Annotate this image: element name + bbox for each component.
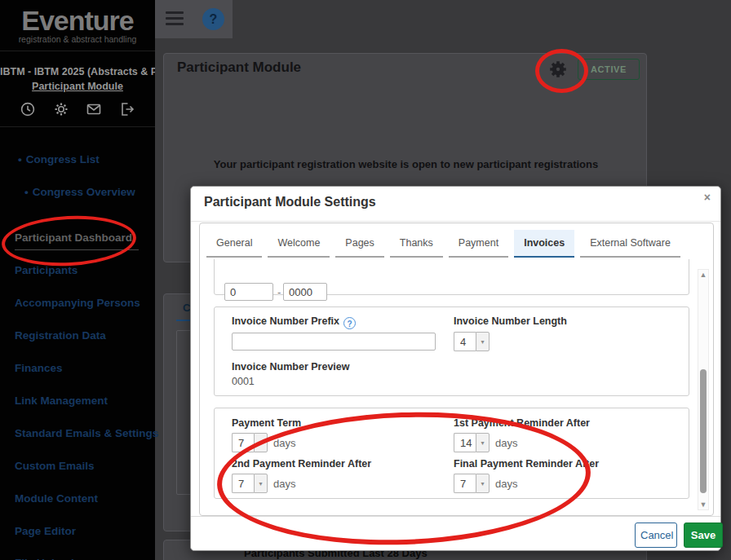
- number-range-from-input[interactable]: [224, 283, 273, 301]
- tab-invoices[interactable]: Invoices: [514, 230, 574, 258]
- module-link[interactable]: Participant Module: [0, 81, 155, 92]
- close-icon[interactable]: ×: [704, 192, 711, 203]
- active-item-underline: [15, 249, 139, 250]
- sidebar-item-label: Participants: [15, 264, 78, 276]
- final-reminder-select: ▾: [454, 474, 490, 493]
- chevron-down-icon[interactable]: ▾: [476, 474, 490, 493]
- tab-thanks[interactable]: Thanks: [390, 230, 443, 258]
- sidebar-item-label: Custom Emails: [15, 460, 95, 472]
- invoice-prefix-input[interactable]: [232, 333, 436, 351]
- help-glyph: ?: [210, 12, 218, 26]
- invoice-length-input[interactable]: [454, 332, 476, 351]
- signout-icon[interactable]: [119, 101, 135, 117]
- cancel-button[interactable]: Cancel: [635, 523, 677, 548]
- sidebar-item-label: Link Management: [15, 395, 108, 407]
- dialog-footer: Cancel Save: [191, 516, 720, 553]
- tab-pages[interactable]: Pages: [335, 230, 383, 258]
- help-icon[interactable]: ?: [202, 8, 224, 30]
- invoice-preview-label: Invoice Number Preview: [232, 361, 350, 373]
- tab-payment[interactable]: Payment: [449, 230, 508, 258]
- chevron-down-icon[interactable]: ▾: [254, 433, 268, 452]
- payment-term-label: Payment Term: [232, 417, 301, 429]
- first-reminder-input[interactable]: [454, 433, 476, 452]
- sidebar-item-participant-dashboard[interactable]: Participant Dashboard: [15, 231, 152, 244]
- dialog-title: Participant Module Settings: [204, 195, 376, 209]
- sidebar-item-label: Module Content: [15, 492, 98, 505]
- sidebar-item-accompanying-persons[interactable]: Accompanying Persons: [15, 297, 152, 309]
- scroll-up-icon[interactable]: ▲: [698, 271, 708, 279]
- chevron-down-icon[interactable]: ▾: [254, 474, 268, 493]
- congress-name: IBTM - IBTM 2025 (Abstracts & Par...: [0, 66, 155, 77]
- sidebar-item-label: Accompanying Persons: [15, 297, 140, 309]
- scrollbar-thumb[interactable]: [700, 369, 707, 493]
- sidebar-item-standard-emails[interactable]: Standard Emails & Settings: [15, 427, 152, 439]
- sidebar-item-participants[interactable]: Participants: [15, 264, 152, 276]
- invoices-tab-content: - Invoice Number Prefix? Invoice Number …: [201, 259, 700, 515]
- sidebar-item-label: Standard Emails & Settings: [15, 427, 158, 439]
- sidebar-item-label: Participant Dashboard: [15, 231, 132, 244]
- invoice-preview-value: 0001: [232, 376, 255, 387]
- gear-icon[interactable]: [53, 101, 69, 117]
- bullet-icon: •: [18, 153, 22, 165]
- sidebar-item-label: Finances: [15, 362, 63, 374]
- first-reminder-unit: days: [495, 437, 517, 449]
- number-range-section: -: [214, 259, 689, 295]
- sidebar-item-label: Registration Data: [15, 329, 106, 342]
- sidebar-item-congress-overview[interactable]: •Congress Overview: [24, 186, 162, 198]
- final-reminder-unit: days: [495, 478, 517, 490]
- module-status-button[interactable]: ACTIVE: [578, 59, 640, 80]
- settings-tab-panel: General Welcome Pages Thanks Payment Inv…: [199, 223, 714, 516]
- second-reminder-input[interactable]: [232, 474, 254, 493]
- tab-welcome[interactable]: Welcome: [268, 230, 330, 258]
- first-reminder-select: ▾: [454, 433, 490, 452]
- number-range-to-input[interactable]: [283, 283, 327, 301]
- topbar: ?: [155, 0, 233, 38]
- first-reminder-label: 1st Payment Reminder After: [454, 417, 590, 429]
- menu-icon[interactable]: [166, 11, 184, 26]
- app-logo[interactable]: Eventure: [0, 5, 155, 37]
- sidebar-item-label: Page Editor: [15, 525, 76, 537]
- settings-tabs: General Welcome Pages Thanks Payment Inv…: [206, 230, 686, 258]
- registration-status-message: Your participant registration website is…: [164, 158, 648, 170]
- modal-scrollbar[interactable]: ▲ ▼: [698, 269, 709, 510]
- page-title: Participant Module: [177, 60, 301, 76]
- sidebar-item-page-editor[interactable]: Page Editor: [15, 525, 152, 537]
- second-reminder-unit: days: [273, 478, 295, 490]
- tab-general[interactable]: General: [206, 230, 262, 258]
- invoice-length-label: Invoice Number Length: [454, 315, 567, 327]
- scroll-down-icon[interactable]: ▼: [698, 500, 708, 509]
- sidebar-divider: [0, 126, 155, 127]
- save-button[interactable]: Save: [684, 523, 723, 548]
- invoice-length-select: ▾: [454, 332, 490, 351]
- sidebar: Eventure registration & abstract handlin…: [0, 0, 155, 560]
- range-separator: -: [277, 286, 281, 298]
- sidebar-divider: [0, 51, 155, 51]
- help-icon[interactable]: ?: [343, 317, 356, 329]
- sidebar-item-file-upload[interactable]: File Upload: [15, 557, 152, 560]
- sidebar-item-custom-emails[interactable]: Custom Emails: [15, 460, 152, 472]
- sidebar-item-label: Congress List: [26, 153, 100, 165]
- chevron-down-icon[interactable]: ▾: [476, 332, 490, 351]
- sidebar-item-finances[interactable]: Finances: [15, 362, 152, 374]
- tab-external-software[interactable]: External Software: [580, 230, 680, 258]
- second-reminder-label: 2nd Payment Reminder After: [232, 458, 371, 470]
- sidebar-item-module-content[interactable]: Module Content: [15, 492, 152, 505]
- payment-term-input[interactable]: [232, 433, 254, 452]
- second-reminder-select: ▾: [232, 474, 268, 493]
- module-settings-gear-icon[interactable]: [547, 59, 569, 80]
- app-logo-subtitle: registration & abstract handling: [0, 34, 155, 44]
- payment-term-unit: days: [273, 437, 295, 449]
- clock-icon[interactable]: [20, 101, 36, 117]
- sidebar-item-link-management[interactable]: Link Management: [15, 395, 152, 407]
- final-reminder-input[interactable]: [454, 474, 476, 493]
- sidebar-item-label: File Upload: [15, 557, 74, 560]
- dialog-header: Participant Module Settings ×: [191, 187, 720, 222]
- sidebar-item-label: Congress Overview: [33, 186, 135, 198]
- payment-term-select: ▾: [232, 433, 268, 452]
- sidebar-item-congress-list[interactable]: •Congress List: [18, 153, 155, 165]
- invoice-prefix-label: Invoice Number Prefix?: [232, 315, 356, 329]
- mail-icon[interactable]: [86, 101, 102, 117]
- sidebar-item-registration-data[interactable]: Registration Data: [15, 329, 152, 342]
- participant-module-settings-dialog: Participant Module Settings × General We…: [190, 186, 721, 551]
- chevron-down-icon[interactable]: ▾: [476, 433, 490, 452]
